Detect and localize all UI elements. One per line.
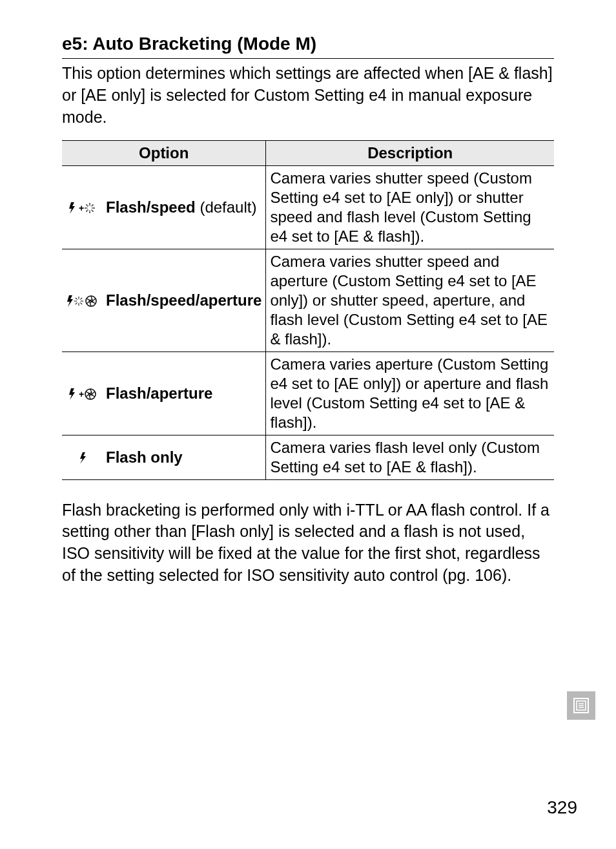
page-number: 329 [547,797,577,818]
option-main: Flash/aperture [106,384,212,402]
option-description: Camera varies shutter speed and aperture… [266,249,554,351]
svg-line-8 [86,210,87,211]
option-description: Camera varies shutter speed (Custom Sett… [266,165,554,249]
table-row: Flash/speed/aperture Camera varies shutt… [62,249,554,351]
intro-paragraph: This option determines which settings ar… [62,63,554,128]
manual-page: e5: Auto Bracketing (Mode M) This option… [0,0,616,849]
menu-section-icon [567,691,595,720]
option-label: Flash/aperture [102,351,266,435]
table-header-row: Option Description [62,140,554,165]
option-main: Flash/speed [106,198,196,216]
header-option: Option [62,140,266,165]
option-main: Flash/speed/aperture [106,291,262,309]
svg-line-17 [76,303,77,304]
svg-line-6 [86,204,87,205]
section-heading: e5: Auto Bracketing (Mode M) [62,32,554,56]
svg-line-7 [92,210,94,211]
heading-rule [62,58,554,59]
svg-text:+: + [79,389,84,399]
option-label: Flash/speed (default) [102,165,266,249]
header-description: Description [266,140,554,165]
table-row: Flash only Camera varies flash level onl… [62,435,554,479]
option-icon-flash-plus-speed: + [62,165,102,249]
option-label: Flash only [102,435,266,479]
svg-point-1 [87,205,92,211]
option-icon-flash-only [62,435,102,479]
option-main: Flash only [106,448,183,466]
svg-line-15 [76,298,77,299]
option-description: Camera varies aperture (Custom Setting e… [266,351,554,435]
option-description: Camera varies flash level only (Custom S… [266,435,554,479]
option-icon-flash-plus-aperture: + [62,351,102,435]
option-icon-flash-speed-aperture [62,249,102,351]
svg-line-18 [81,298,82,299]
note-paragraph: Flash bracketing is performed only with … [62,499,554,587]
svg-text:+: + [79,203,84,213]
svg-point-10 [77,299,81,303]
option-sub: (default) [200,198,256,216]
option-label: Flash/speed/aperture [102,249,266,351]
table-row: + Flash/aperture Camera varies aperture [62,351,554,435]
options-table: Option Description + [62,140,554,480]
svg-line-16 [81,303,82,304]
svg-line-9 [92,204,94,205]
table-row: + Flash/speed [62,165,554,249]
